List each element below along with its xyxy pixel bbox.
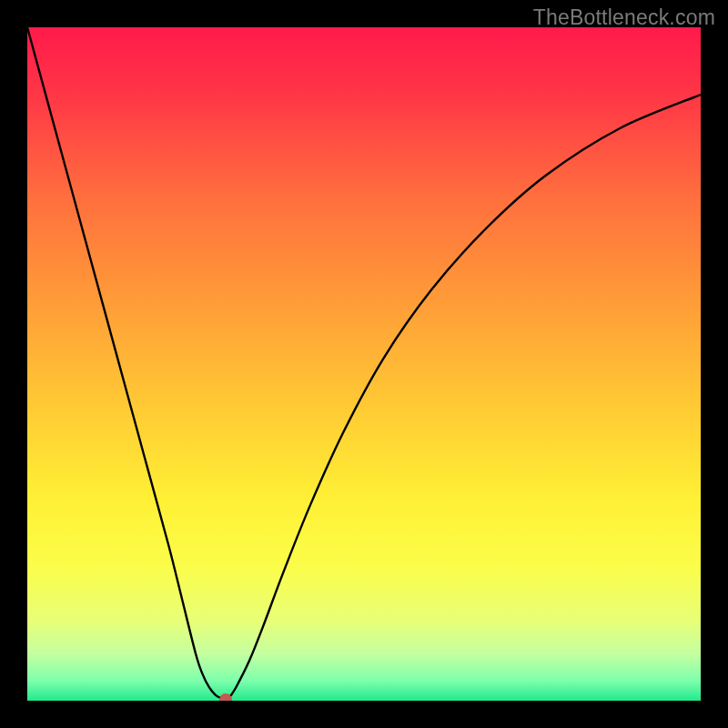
- curve-layer: [27, 27, 701, 701]
- plot-area: [27, 27, 701, 701]
- chart-frame: TheBottleneck.com: [0, 0, 728, 728]
- bottleneck-curve: [27, 27, 701, 700]
- optimal-point-marker: [219, 693, 232, 701]
- watermark-text: TheBottleneck.com: [533, 5, 715, 30]
